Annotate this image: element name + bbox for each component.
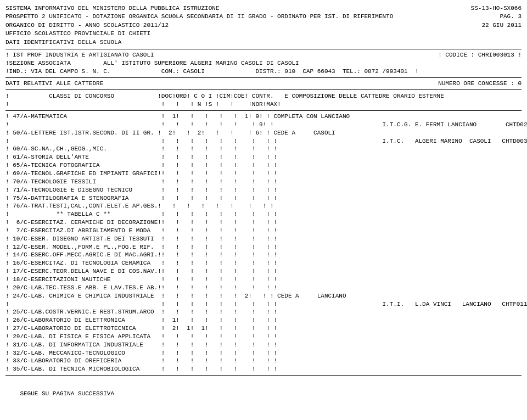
divider-table-bottom (5, 375, 522, 376)
table-row: ! 71/A-TECNOLOGIE E DISEGNO TECNICO ! ! … (5, 186, 522, 194)
table-row: ! 50/A-LETTERE IST.ISTR.SECOND. DI II GR… (5, 129, 522, 137)
header-section: SISTEMA INFORMATIVO DEL MINISTERO DELLA … (5, 4, 522, 47)
table-row: ! 7/C-ESERCITAZ.DI ABBIGLIAMENTO E MODA … (5, 227, 522, 235)
date: 22 GIU 2011 (481, 21, 522, 30)
table-row: ! 18/C-ESERCITAZIONI NAUTICHE ! ! ! ! ! … (5, 276, 522, 284)
table-row: ! 12/C-ESER. MODEL.,FORM.E PL.,FOG.E RIF… (5, 243, 522, 251)
system-title: SISTEMA INFORMATIVO DEL MINISTERO DELLA … (5, 4, 219, 13)
table-row: ! 70/A-TECNOLOGIE TESSILI ! ! ! ! ! ! ! … (5, 178, 522, 186)
table-row: ! 76/A-TRAT.TESTI,CAL.,CONT.ELET.E AP.GE… (5, 202, 522, 210)
table-row: ! 27/C-LABORATORIO DI ELETTROTECNICA ! 2… (5, 324, 522, 333)
prospetto-title: PROSPETTO 2 UNIFICATO - DOTAZIONE ORGANI… (5, 13, 393, 21)
table-row: ! 25/C-LAB.COSTR.VERNIC.E REST.STRUM.ARC… (5, 308, 522, 316)
table-row: ! ! ! ! ! ! ! ! ! ! I.T.I. L.DA VINCI LA… (5, 300, 522, 309)
table-row: ! 31/C-LAB. DI INFORMATICA INDUSTRIALE !… (5, 341, 522, 349)
divider-3 (5, 89, 522, 90)
footer-text: SEGUE SU PAGINA SUCCESSIVA (20, 390, 114, 397)
ist-prof-label: ! IST PROF INDUSTRIA E ARTIGIANATO CASOL… (5, 51, 154, 59)
page-number: PAG. 3 (500, 13, 522, 21)
table-row: ! 10/C-ESER. DISEGNO ARTIST.E DEI TESSUT… (5, 235, 522, 243)
table-row: ! 60/A-SC.NA.,CH.,GEOG.,MIC. ! ! ! ! ! !… (5, 145, 522, 153)
table-rows: ! 47/A-MATEMATICA ! 1! ! ! ! ! 1! 9! ! C… (5, 113, 522, 373)
organico-title: ORGANICO DI DIRITTO - ANNO SCOLASTICO 20… (5, 21, 169, 30)
table-row: ! 32/C-LAB. MECCANICO-TECNOLOGICO ! ! ! … (5, 349, 522, 357)
table-row: ! 29/C-LAB. DI FISICA E FISICA APPLICATA… (5, 333, 522, 341)
table-row: ! 35/C-LAB. DI TECNICA MICROBIOLOGICA ! … (5, 365, 522, 373)
divider-table-top (5, 110, 522, 111)
table-header-row-2: ! ! ! ! N !S ! ! !NOR!MAX! !RES! (5, 100, 522, 109)
dati-cattedre-label: DATI RELATIVI ALLE CATTEDRE (5, 80, 103, 88)
sezione-line: !SEZIONE ASSOCIATA ALL' ISTITUTO SUPERIO… (5, 59, 522, 68)
table-row: ! 26/C-LABORATORIO DI ELETTRONICA ! 1! !… (5, 316, 522, 324)
header-line-3: ORGANICO DI DIRITTO - ANNO SCOLASTICO 20… (5, 21, 522, 30)
table-row: ! ** TABELLA C ** ! ! ! ! ! ! ! ! ! ! ! (5, 210, 522, 219)
page-container: SISTEMA INFORMATIVO DEL MINISTERO DELLA … (5, 4, 522, 406)
divider-1 (5, 49, 522, 49)
table-row: ! 6/C-ESERCITAZ. CERAMICHE DI DECORAZION… (5, 219, 522, 227)
table-section: ! CLASSI DI CONCORSO !DOC!ORD! C O I !CI… (5, 92, 522, 376)
dati-line: DATI IDENTIFICATIVI DELLA SCUOLA (5, 38, 522, 47)
ufficio-line: UFFICIO SCOLASTICO PROVINCIALE DI CHIETI (5, 30, 522, 38)
ind-line: !IND.: VIA DEL CAMPO S. N. C. COM.: CASO… (5, 68, 522, 76)
footer: SEGUE SU PAGINA SUCCESSIVA (5, 381, 522, 406)
numero-ore-label: NUMERO ORE CONCESSE : 0 (438, 80, 522, 88)
dati-cattedre-line: DATI RELATIVI ALLE CATTEDRE NUMERO ORE C… (5, 80, 522, 88)
divider-2 (5, 77, 522, 78)
table-row: ! ! ! ! ! ! ! ! 9! ! I.T.C.G. E. FERMI L… (5, 121, 522, 129)
school-info-section: ! IST PROF INDUSTRIA E ARTIGIANATO CASOL… (5, 51, 522, 76)
table-row: ! 33/C-LABORATORIO DI OREFICERIA ! ! ! !… (5, 357, 522, 365)
table-row: ! 75/A-DATTILOGRAFIA E STENOGRAFIA ! ! !… (5, 194, 522, 203)
school-info-line-1: ! IST PROF INDUSTRIA E ARTIGIANATO CASOL… (5, 51, 522, 59)
table-row: ! 61/A-STORIA DELL'ARTE ! ! ! ! ! ! ! ! … (5, 153, 522, 161)
codice-value: ! CODICE : CHRI003013 ! (438, 51, 522, 59)
doc-code: SS-13-HO-SX066 (471, 4, 522, 13)
table-header-row-1: ! CLASSI DI CONCORSO !DOC!ORD! C O I !CI… (5, 92, 522, 100)
dati-cattedre-section: DATI RELATIVI ALLE CATTEDRE NUMERO ORE C… (5, 80, 522, 88)
table-row: ! 69/A-TECNOL.GRAFICHE ED IMPIANTI GRAFI… (5, 170, 522, 178)
table-row: ! 24/C-LAB. CHIMICA E CHIMICA INDUSTRIAL… (5, 292, 522, 300)
table-row: ! 16/C-ESERCITAZ. DI TECNOLOGIA CERAMICA… (5, 259, 522, 267)
header-line-1: SISTEMA INFORMATIVO DEL MINISTERO DELLA … (5, 4, 522, 13)
table-row: ! ! ! ! ! ! ! ! ! ! I.T.C. ALGERI MARINO… (5, 137, 522, 145)
table-row: ! 20/C-LAB.TEC.TESS.E ABB. E LAV.TES.E A… (5, 284, 522, 292)
table-row: ! 65/A-TECNICA FOTOGRAFICA ! ! ! ! ! ! !… (5, 161, 522, 170)
table-row: ! 47/A-MATEMATICA ! 1! ! ! ! ! 1! 9! ! C… (5, 113, 522, 121)
table-row: ! 17/C-ESERC.TEOR.DELLA NAVE E DI COS.NA… (5, 267, 522, 276)
header-line-2: PROSPETTO 2 UNIFICATO - DOTAZIONE ORGANI… (5, 13, 522, 21)
table-row: ! 14/C-ESERC.OFF.MECC.AGRIC.E DI MAC.AGR… (5, 251, 522, 259)
